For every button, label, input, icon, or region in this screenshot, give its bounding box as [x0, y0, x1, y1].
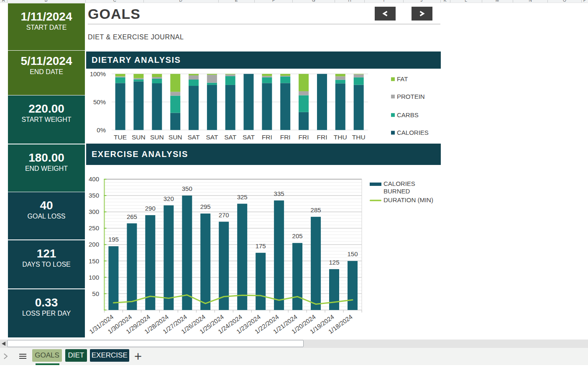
svg-text:FAT: FAT [397, 75, 408, 82]
svg-text:FRI: FRI [262, 134, 272, 141]
svg-text:125: 125 [329, 259, 339, 266]
svg-text:SAT: SAT [206, 134, 218, 141]
svg-text:50%: 50% [93, 98, 106, 106]
svg-text:50: 50 [92, 290, 99, 297]
svg-text:325: 325 [237, 193, 248, 201]
svg-text:SAT: SAT [224, 134, 237, 141]
svg-text:265: 265 [127, 213, 137, 220]
svg-text:PROTEIN: PROTEIN [397, 93, 425, 100]
svg-text:350: 350 [182, 185, 192, 192]
svg-text:SAT: SAT [243, 134, 255, 141]
svg-text:270: 270 [219, 211, 229, 219]
svg-text:FRI: FRI [299, 134, 309, 141]
svg-text:CALORIES: CALORIES [397, 129, 429, 136]
svg-text:100%: 100% [90, 70, 106, 77]
svg-text:285: 285 [311, 206, 321, 214]
svg-text:DURATION (MIN): DURATION (MIN) [383, 196, 433, 203]
svg-text:TUE: TUE [114, 134, 127, 141]
svg-text:SUN: SUN [169, 134, 182, 141]
svg-text:290: 290 [145, 205, 156, 212]
svg-text:175: 175 [256, 242, 266, 250]
svg-text:335: 335 [274, 190, 284, 197]
svg-text:FRI: FRI [280, 134, 291, 141]
svg-text:CALORIES: CALORIES [383, 180, 415, 187]
svg-text:THU: THU [352, 134, 366, 141]
svg-text:205: 205 [292, 232, 303, 239]
svg-text:100: 100 [89, 274, 99, 281]
svg-text:350: 350 [89, 192, 99, 199]
svg-text:150: 150 [89, 257, 99, 265]
svg-text:400: 400 [89, 175, 99, 183]
svg-text:SUN: SUN [150, 134, 164, 141]
svg-text:150: 150 [347, 250, 358, 257]
svg-text:SUN: SUN [132, 134, 146, 141]
svg-text:295: 295 [200, 203, 211, 210]
svg-text:SAT: SAT [188, 134, 200, 141]
svg-text:195: 195 [108, 236, 119, 243]
svg-text:300: 300 [89, 208, 99, 215]
svg-text:FRI: FRI [317, 134, 327, 141]
svg-text:0%: 0% [97, 126, 106, 134]
svg-text:CARBS: CARBS [397, 111, 419, 118]
svg-text:320: 320 [164, 195, 174, 202]
svg-text:BURNED: BURNED [383, 188, 410, 195]
svg-text:200: 200 [89, 241, 99, 248]
svg-text:250: 250 [89, 224, 99, 232]
svg-text:THU: THU [334, 134, 347, 141]
